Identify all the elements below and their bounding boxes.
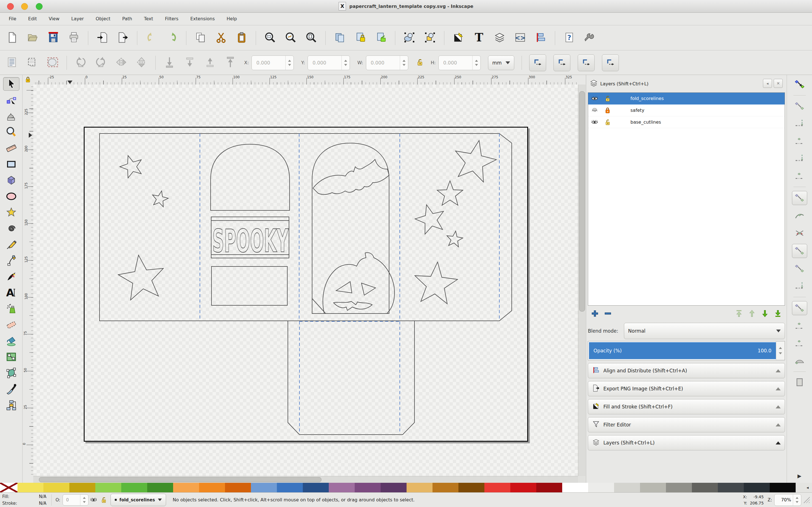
- color-swatch[interactable]: [69, 483, 95, 492]
- transform-corners-toggle[interactable]: [553, 54, 570, 71]
- color-swatch[interactable]: [355, 483, 380, 492]
- menu-layer[interactable]: Layer: [65, 13, 90, 25]
- snap-rotation-centers-toggle[interactable]: [792, 337, 807, 350]
- select-all-layers-button[interactable]: [26, 56, 39, 69]
- palette-scroll-arrow[interactable]: ◂: [796, 483, 812, 492]
- tool-node-editor[interactable]: [3, 94, 19, 107]
- eye-closed-icon[interactable]: [588, 107, 601, 114]
- color-swatch[interactable]: [640, 483, 666, 492]
- canvas[interactable]: SPOOKY: [33, 84, 578, 476]
- snap-bbox-edges-toggle[interactable]: [792, 117, 807, 130]
- move-transform-toggle[interactable]: [529, 54, 546, 71]
- color-swatch[interactable]: [251, 483, 277, 492]
- tool-spiral[interactable]: [3, 222, 19, 235]
- new-button[interactable]: [6, 32, 18, 45]
- menu-file[interactable]: File: [3, 13, 22, 25]
- add-layer-button[interactable]: [591, 309, 599, 319]
- layer-row-safety[interactable]: safety: [588, 105, 784, 116]
- snap-nodes-toggle[interactable]: [792, 191, 807, 205]
- color-swatch[interactable]: [121, 483, 147, 492]
- rotate-ccw-button[interactable]: [74, 56, 87, 69]
- menu-view[interactable]: View: [43, 13, 65, 25]
- undo-button[interactable]: [145, 32, 158, 45]
- tool-pencil[interactable]: [3, 238, 19, 251]
- import-button[interactable]: [96, 32, 109, 45]
- panel-collapse-button[interactable]: ◂: [763, 79, 772, 88]
- eye-open-icon[interactable]: [588, 95, 601, 102]
- spinner-arrows[interactable]: [472, 56, 480, 70]
- minimize-window-button[interactable]: [21, 3, 28, 10]
- duplicate-button[interactable]: [333, 32, 346, 45]
- snap-text-baselines-toggle[interactable]: [792, 354, 807, 368]
- color-swatch[interactable]: [510, 483, 536, 492]
- dialog-bar-export[interactable]: Export PNG Image (Shift+Ctrl+E): [588, 381, 785, 396]
- zoom-drawing-button[interactable]: [284, 32, 297, 45]
- ungroup-button[interactable]: [423, 32, 437, 45]
- menu-help[interactable]: Help: [221, 13, 243, 25]
- object-opacity-spinbox[interactable]: 0: [63, 494, 89, 506]
- copy-button[interactable]: [194, 32, 207, 45]
- menu-filters[interactable]: Filters: [159, 13, 185, 25]
- menu-object[interactable]: Object: [90, 13, 116, 25]
- unlink-clone-button[interactable]: [374, 32, 388, 45]
- menu-extensions[interactable]: Extensions: [185, 13, 221, 25]
- lock-ratio-icon[interactable]: [416, 58, 424, 67]
- transform-gradients-toggle[interactable]: [578, 54, 595, 71]
- vertical-scrollbar-thumb[interactable]: [579, 91, 585, 312]
- snap-path-intersections-toggle[interactable]: [792, 226, 807, 240]
- select-all-button[interactable]: [6, 56, 18, 69]
- tool-connector[interactable]: [3, 399, 19, 412]
- color-swatch[interactable]: [380, 483, 407, 492]
- print-button[interactable]: [67, 32, 80, 45]
- toolbar-overflow-arrow[interactable]: ▶: [798, 473, 802, 479]
- xml-editor-button[interactable]: <>: [514, 32, 527, 45]
- snap-smooth-nodes-toggle[interactable]: [792, 262, 807, 276]
- layer-lower-button[interactable]: [761, 309, 769, 319]
- opacity-control[interactable]: Opacity (%) 100.0: [588, 341, 785, 360]
- field-x-spinbox[interactable]: 0.000: [252, 55, 294, 70]
- layer-row-base_cutlines[interactable]: base_cutlines: [588, 116, 784, 128]
- layer-lock-toggle[interactable]: [99, 496, 109, 504]
- rotate-cw-button[interactable]: [94, 56, 107, 69]
- dialog-bar-fill-stroke-dialog[interactable]: Fill and Stroke (Shift+Ctrl+F): [588, 399, 785, 414]
- snap-bbox-midpoints-toggle[interactable]: [792, 152, 807, 165]
- fill-stroke-dialog-button[interactable]: [452, 32, 465, 45]
- zoom-selection-button[interactable]: [264, 32, 276, 45]
- color-swatch[interactable]: [458, 483, 485, 492]
- raise-to-top-button[interactable]: [224, 56, 237, 69]
- tool-spray[interactable]: [3, 302, 19, 316]
- zoom-spinbox[interactable]: 70%: [774, 494, 801, 506]
- lower-to-bottom-button[interactable]: [163, 56, 176, 69]
- snap-bbox-toggle[interactable]: [792, 100, 807, 113]
- snap-others-toggle[interactable]: [792, 301, 807, 315]
- group-button[interactable]: [403, 32, 416, 45]
- remove-layer-button[interactable]: [604, 309, 612, 319]
- lock-closed-icon[interactable]: [601, 107, 614, 114]
- tool-zoom[interactable]: [3, 126, 19, 139]
- zoom-page-button[interactable]: [305, 32, 318, 45]
- menu-path[interactable]: Path: [116, 13, 138, 25]
- color-swatch[interactable]: [433, 483, 458, 492]
- ruler-lock-icon[interactable]: [22, 75, 33, 84]
- snap-page-border-toggle[interactable]: [792, 376, 807, 389]
- tool-gradient[interactable]: [3, 351, 19, 363]
- color-swatch[interactable]: [485, 483, 510, 492]
- color-swatch[interactable]: [692, 483, 718, 492]
- resize-grip[interactable]: [804, 497, 810, 503]
- panel-close-button[interactable]: ✕: [774, 79, 783, 88]
- color-swatch[interactable]: [329, 483, 355, 492]
- fill-stroke-indicator[interactable]: Fill: N/A Stroke: N/A: [2, 493, 47, 507]
- tool-dropper[interactable]: [3, 383, 19, 396]
- color-swatch[interactable]: [147, 483, 173, 492]
- tool-rectangle[interactable]: [3, 158, 19, 171]
- cut-button[interactable]: [214, 32, 227, 45]
- snap-midpoints-toggle[interactable]: [792, 279, 807, 293]
- eye-open-icon[interactable]: [588, 119, 601, 126]
- clone-button[interactable]: [354, 32, 367, 45]
- raise-button[interactable]: [204, 56, 216, 69]
- document-properties-button[interactable]: ?: [563, 32, 576, 45]
- horizontal-scrollbar[interactable]: [33, 476, 578, 483]
- field-h-spinbox[interactable]: 0.000: [439, 55, 481, 70]
- layer-raise-button[interactable]: [748, 309, 756, 319]
- color-swatch[interactable]: [277, 483, 303, 492]
